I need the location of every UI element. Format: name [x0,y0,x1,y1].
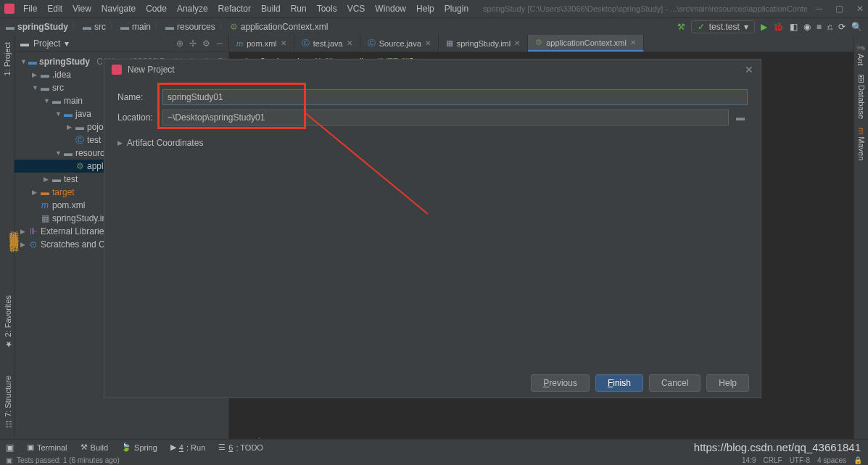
previous-button[interactable]: Previous [531,374,590,392]
gear-icon[interactable]: ⚙ [202,38,210,49]
dialog-title: New Project [128,65,175,75]
run-config-selector[interactable]: ✓test.test▾ [691,20,755,33]
location-label: Location: [117,112,155,123]
right-tool-strip: 🐜 Ant 🗄 Database m Maven [853,35,868,449]
close-icon[interactable]: ✕ [630,38,636,46]
menu-refactor[interactable]: Refactor [218,4,251,14]
chevron-right-icon: ▶ [117,139,123,147]
lock-icon[interactable]: 🔒 [853,456,862,464]
watermark-text: 树叶混迹在游动的鱼群 [7,223,20,237]
locate-icon[interactable]: ⊕ [176,38,183,49]
menu-tools[interactable]: Tools [317,4,337,14]
browse-folder-icon[interactable]: ▬ [736,112,748,123]
menu-plugin[interactable]: Plugin [445,4,468,14]
dialog-body: Name: Location: ▬ ▶ Artifact Coordinates [104,80,761,369]
tab-iml[interactable]: ▦springStudy.iml✕ [439,35,528,52]
finish-button[interactable]: Finish [595,374,643,392]
tab-database[interactable]: 🗄 Database [857,70,866,123]
dialog-logo-icon [112,65,122,75]
main-menu: File Edit View Navigate Code Analyze Ref… [23,4,468,14]
tab-build[interactable]: ⚒ Build [80,443,108,452]
maximize-icon[interactable]: ▢ [835,4,843,14]
tab-appctx[interactable]: ⚙applicationContext.xml✕ [528,35,644,52]
new-project-dialog: New Project ✕ Name: Location: ▬ ▶ Artifa… [104,59,761,398]
navbar: ▬springStudy 〉 ▬src 〉 ▬main 〉 ▬resources… [0,17,868,35]
name-label: Name: [117,92,155,102]
location-input[interactable] [162,110,729,125]
debug-icon[interactable]: 🐞 [773,22,784,32]
stop-icon[interactable]: ■ [817,22,822,32]
profile-icon[interactable]: ◉ [803,22,811,32]
tab-testjava[interactable]: Ⓒtest.java✕ [294,35,360,52]
hide-icon[interactable]: ─ [216,38,223,49]
dialog-titlebar: New Project ✕ [104,59,761,80]
crumb-main[interactable]: ▬main [120,22,151,32]
editor-tabs: mpom.xml✕ Ⓒtest.java✕ ⒸSource.java✕ ▦spr… [229,35,853,52]
menu-help[interactable]: Help [416,4,434,14]
tab-project[interactable]: 1: Project [3,38,12,80]
tab-spring[interactable]: 🍃 Spring [121,443,157,452]
menu-run[interactable]: Run [291,4,307,14]
artifact-coordinates-toggle[interactable]: ▶ Artifact Coordinates [117,138,748,148]
tab-terminal[interactable]: ▣ Terminal [27,443,67,452]
tab-sourcejava[interactable]: ⒸSource.java✕ [360,35,439,52]
menu-window[interactable]: Window [375,4,406,14]
menu-navigate[interactable]: Navigate [102,4,136,14]
tab-ant[interactable]: 🐜 Ant [856,38,866,70]
minimize-icon[interactable]: ─ [816,4,822,14]
status-encoding[interactable]: UTF-8 [790,456,810,464]
crumb-file[interactable]: ⚙applicationContext.xml [230,22,328,32]
dialog-footer: Previous Finish Cancel Help [104,369,761,398]
hammer-icon[interactable]: ⚒ [677,22,685,32]
close-icon[interactable]: ✕ [425,39,431,47]
tab-todo[interactable]: ☰ 6: TODO [218,443,263,452]
search-icon[interactable]: 🔍 [851,22,862,32]
run-icon[interactable]: ▶ [761,22,767,32]
tab-maven[interactable]: m Maven [857,123,866,165]
left-tool-strip-bottom2: ☷ 7: Structure [0,376,15,429]
project-panel-header: ▬ Project ▾ ⊕ ✢ ⚙ ─ [15,35,228,52]
dialog-close-icon[interactable]: ✕ [745,64,753,75]
close-icon[interactable]: ✕ [514,39,520,47]
panel-title: Project [33,38,60,49]
menu-vcs[interactable]: VCS [347,4,365,14]
menu-view[interactable]: View [73,4,91,14]
url-watermark: https://blog.csdn.net/qq_43661841 [694,441,861,453]
menu-analyze[interactable]: Analyze [177,4,208,14]
status-tests: Tests passed: 1 (6 minutes ago) [17,456,120,464]
tab-pom[interactable]: mpom.xml✕ [229,35,294,52]
menu-build[interactable]: Build [261,4,281,14]
crumb-project[interactable]: ▬springStudy [6,22,68,32]
corner-icon[interactable]: ▣ [6,443,14,453]
coverage-icon[interactable]: ◧ [790,22,798,32]
titlebar: File Edit View Navigate Code Analyze Ref… [0,0,868,17]
help-button[interactable]: Help [706,374,749,392]
menu-file[interactable]: File [23,4,37,14]
status-caret-pos[interactable]: 14:9 [742,456,756,464]
close-icon[interactable]: ✕ [281,39,286,47]
window-controls: ─ ▢ ✕ [816,4,864,14]
tab-run[interactable]: ▶ 4: Run [170,443,205,452]
close-icon[interactable]: ✕ [856,4,864,14]
status-bar: ▣ Tests passed: 1 (6 minutes ago) 14:9 C… [0,455,868,465]
status-line-sep[interactable]: CRLF [764,456,782,464]
crumb-src[interactable]: ▬src [83,22,106,32]
cancel-button[interactable]: Cancel [649,374,700,392]
expand-icon[interactable]: ✢ [189,38,197,49]
vcs-icon[interactable]: ⎌ [827,22,832,32]
close-icon[interactable]: ✕ [347,39,352,47]
tab-favorites[interactable]: ★ 2: Favorites [3,295,12,349]
tab-structure[interactable]: ☷ 7: Structure [3,376,12,429]
menu-edit[interactable]: Edit [47,4,62,14]
crumb-resources[interactable]: ▬resources [165,22,215,32]
nav-toolbar: ⚒ ✓test.test▾ ▶ 🐞 ◧ ◉ ■ ⎌ ⟳ 🔍 [677,20,862,33]
name-input[interactable] [162,89,748,105]
left-tool-strip-bottom: ★ 2: Favorites [0,295,15,349]
status-icon: ▣ [6,456,12,464]
window-title: springStudy [C:\Users\33066\Desktop\spri… [483,4,807,13]
menu-code[interactable]: Code [146,4,167,14]
update-icon[interactable]: ⟳ [838,22,846,32]
status-indent[interactable]: 4 spaces [817,456,846,464]
app-logo-icon [4,4,15,14]
